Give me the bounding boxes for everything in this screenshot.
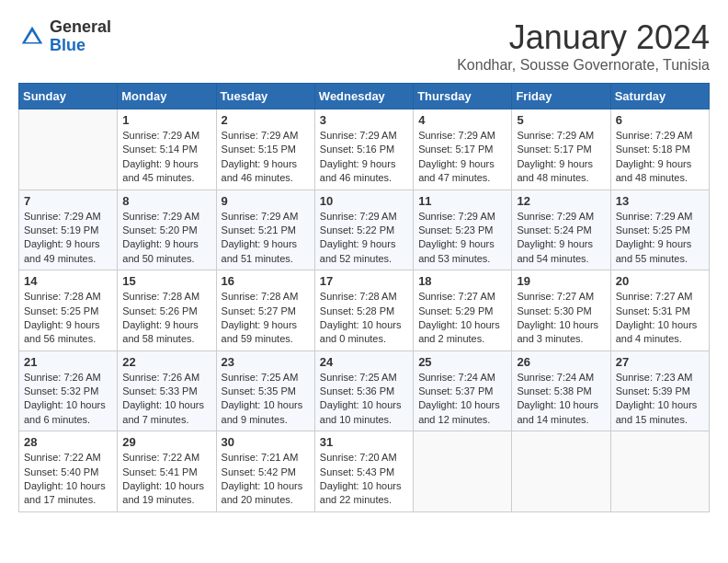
calendar-cell: 18Sunrise: 7:27 AMSunset: 5:29 PMDayligh…	[414, 270, 512, 351]
day-info-line: and 14 minutes.	[517, 413, 605, 427]
day-info-line: and 45 minutes.	[122, 171, 210, 185]
day-info-line: Sunset: 5:33 PM	[122, 385, 210, 398]
calendar-cell: 28Sunrise: 7:22 AMSunset: 5:40 PMDayligh…	[19, 431, 118, 512]
day-info-line: and 52 minutes.	[320, 252, 408, 266]
calendar-cell: 10Sunrise: 7:29 AMSunset: 5:22 PMDayligh…	[314, 190, 413, 270]
calendar-table: SundayMondayTuesdayWednesdayThursdayFrid…	[18, 83, 710, 512]
day-info-line: Daylight: 10 hours	[24, 398, 112, 412]
day-info-line: Sunrise: 7:29 AM	[320, 129, 408, 143]
weekday-saturday: Saturday	[610, 84, 709, 109]
calendar-week-1: 1Sunrise: 7:29 AMSunset: 5:14 PMDaylight…	[19, 109, 710, 190]
day-info-line: Sunrise: 7:27 AM	[517, 290, 605, 304]
day-number: 29	[122, 435, 210, 449]
day-info-line: and 0 minutes.	[320, 332, 408, 346]
day-info-line: Daylight: 9 hours	[418, 157, 506, 171]
day-info-line: Sunset: 5:36 PM	[320, 385, 408, 398]
day-info-line: and 56 minutes.	[24, 332, 112, 346]
day-info-line: Sunrise: 7:29 AM	[320, 210, 408, 224]
calendar-cell	[19, 109, 118, 190]
day-number: 25	[418, 355, 506, 369]
day-info-line: Sunset: 5:41 PM	[122, 465, 210, 479]
day-number: 27	[616, 355, 704, 369]
day-info-line: Sunrise: 7:29 AM	[122, 129, 210, 143]
day-info-line: Sunset: 5:43 PM	[320, 465, 408, 479]
day-info-line: Sunset: 5:27 PM	[222, 304, 310, 318]
day-info-line: Sunrise: 7:29 AM	[418, 129, 506, 143]
calendar-cell: 9Sunrise: 7:29 AMSunset: 5:21 PMDaylight…	[216, 190, 314, 270]
day-info-line: Daylight: 9 hours	[222, 237, 310, 251]
day-info-line: Sunset: 5:23 PM	[418, 224, 506, 237]
day-info-line: Sunset: 5:40 PM	[24, 465, 112, 479]
day-info-line: Sunrise: 7:28 AM	[24, 290, 112, 304]
calendar-cell: 25Sunrise: 7:24 AMSunset: 5:37 PMDayligh…	[414, 350, 512, 431]
calendar-cell: 30Sunrise: 7:21 AMSunset: 5:42 PMDayligh…	[216, 431, 314, 512]
calendar-cell	[414, 431, 512, 512]
day-info-line: Sunrise: 7:29 AM	[418, 210, 506, 224]
location-subtitle: Kondhar, Sousse Governorate, Tunisia	[457, 57, 710, 74]
day-number: 10	[320, 194, 408, 208]
day-info-line: Daylight: 10 hours	[222, 479, 310, 493]
day-info-line: Sunset: 5:38 PM	[517, 385, 605, 398]
day-info-line: Sunrise: 7:25 AM	[320, 371, 408, 385]
day-number: 8	[122, 194, 210, 208]
day-info-line: Sunset: 5:30 PM	[517, 304, 605, 318]
calendar-cell: 19Sunrise: 7:27 AMSunset: 5:30 PMDayligh…	[512, 270, 610, 351]
day-number: 14	[24, 274, 112, 288]
logo: General Blue	[18, 18, 111, 55]
day-info-line: Sunset: 5:16 PM	[320, 143, 408, 156]
day-number: 4	[418, 113, 506, 127]
calendar-cell: 6Sunrise: 7:29 AMSunset: 5:18 PMDaylight…	[610, 109, 709, 190]
day-info-line: Daylight: 10 hours	[418, 318, 506, 332]
weekday-sunday: Sunday	[19, 84, 118, 109]
day-info-line: Sunrise: 7:25 AM	[222, 371, 310, 385]
day-info-line: and 59 minutes.	[222, 332, 310, 346]
day-info-line: and 49 minutes.	[24, 252, 112, 266]
day-info-line: Sunrise: 7:23 AM	[616, 371, 704, 385]
day-number: 17	[320, 274, 408, 288]
day-number: 5	[517, 113, 605, 127]
calendar-cell: 23Sunrise: 7:25 AMSunset: 5:35 PMDayligh…	[216, 350, 314, 431]
day-info-line: and 47 minutes.	[418, 171, 506, 185]
calendar-cell: 11Sunrise: 7:29 AMSunset: 5:23 PMDayligh…	[414, 190, 512, 270]
day-info-line: Sunset: 5:17 PM	[418, 143, 506, 156]
logo-text: General Blue	[50, 18, 111, 55]
day-number: 13	[616, 194, 704, 208]
day-number: 30	[222, 435, 310, 449]
day-info-line: Daylight: 9 hours	[24, 237, 112, 251]
day-info-line: and 4 minutes.	[616, 332, 704, 346]
day-info-line: Daylight: 9 hours	[320, 157, 408, 171]
day-number: 2	[222, 113, 310, 127]
day-info-line: and 55 minutes.	[616, 252, 704, 266]
calendar-body: 1Sunrise: 7:29 AMSunset: 5:14 PMDaylight…	[19, 109, 710, 512]
day-info-line: Sunrise: 7:28 AM	[222, 290, 310, 304]
day-info-line: Sunset: 5:28 PM	[320, 304, 408, 318]
day-info-line: Sunset: 5:31 PM	[616, 304, 704, 318]
calendar-cell: 14Sunrise: 7:28 AMSunset: 5:25 PMDayligh…	[19, 270, 118, 351]
day-info-line: and 46 minutes.	[320, 171, 408, 185]
calendar-cell: 20Sunrise: 7:27 AMSunset: 5:31 PMDayligh…	[610, 270, 709, 351]
day-info-line: Daylight: 9 hours	[24, 318, 112, 332]
calendar-cell: 2Sunrise: 7:29 AMSunset: 5:15 PMDaylight…	[216, 109, 314, 190]
weekday-thursday: Thursday	[414, 84, 512, 109]
calendar-cell: 22Sunrise: 7:26 AMSunset: 5:33 PMDayligh…	[118, 350, 216, 431]
calendar-week-2: 7Sunrise: 7:29 AMSunset: 5:19 PMDaylight…	[19, 190, 710, 270]
day-info-line: and 10 minutes.	[320, 413, 408, 427]
day-number: 15	[122, 274, 210, 288]
day-info-line: Sunset: 5:25 PM	[616, 224, 704, 237]
day-number: 9	[222, 194, 310, 208]
day-number: 23	[222, 355, 310, 369]
day-info-line: Sunrise: 7:24 AM	[418, 371, 506, 385]
day-info-line: Sunset: 5:22 PM	[320, 224, 408, 237]
weekday-monday: Monday	[118, 84, 216, 109]
calendar-cell: 5Sunrise: 7:29 AMSunset: 5:17 PMDaylight…	[512, 109, 610, 190]
day-info-line: Daylight: 10 hours	[122, 479, 210, 493]
day-info-line: Sunset: 5:19 PM	[24, 224, 112, 237]
day-info-line: and 2 minutes.	[418, 332, 506, 346]
day-info-line: and 48 minutes.	[616, 171, 704, 185]
day-number: 20	[616, 274, 704, 288]
day-info-line: Sunrise: 7:24 AM	[517, 371, 605, 385]
day-info-line: and 54 minutes.	[517, 252, 605, 266]
calendar-week-4: 21Sunrise: 7:26 AMSunset: 5:32 PMDayligh…	[19, 350, 710, 431]
calendar-cell: 16Sunrise: 7:28 AMSunset: 5:27 PMDayligh…	[216, 270, 314, 351]
day-info-line: Sunset: 5:20 PM	[122, 224, 210, 237]
